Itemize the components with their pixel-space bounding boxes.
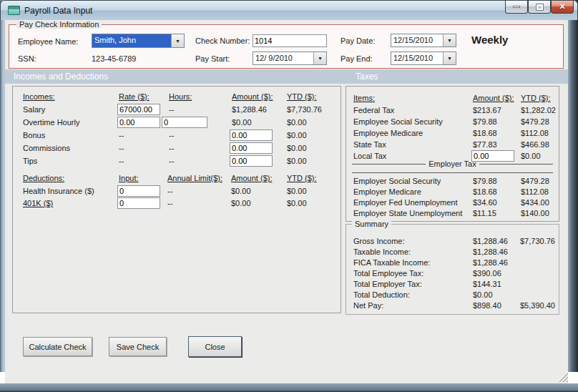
deductions-header-amount: Amount ($): — [231, 174, 272, 182]
tax-employer-medicare-label: Employer Medicare — [353, 187, 421, 196]
pay-end-picker[interactable]: 12/15/2010 ▼ — [391, 52, 456, 65]
income-bonus-amount-input[interactable] — [230, 129, 273, 141]
close-button[interactable]: ✕ — [551, 1, 574, 14]
pay-start-value: 12/ 9/2010 — [253, 52, 313, 64]
pay-date-label: Pay Date: — [341, 36, 375, 45]
tax-employer-state-unemployment-label: Employer State Unemployment — [353, 209, 462, 217]
deduction-health-insurance-label: Health Insurance ($) — [23, 187, 94, 195]
tax-employer-state-unemployment-amount: $11.15 — [473, 209, 496, 217]
dropdown-arrow-icon[interactable]: ▼ — [313, 52, 326, 64]
summary-total-employer-tax-label: Total Employer Tax: — [353, 280, 422, 288]
pay-date-picker[interactable]: 12/15/2010 ▼ — [391, 34, 456, 47]
maximize-button[interactable] — [528, 1, 551, 14]
deduction-health-insurance-annual-limit: -- — [167, 187, 172, 195]
income-salary-amount: $1,288.46 — [232, 105, 267, 114]
summary-total-deduction-amount: $0.00 — [473, 290, 493, 299]
income-commissions-label: Commissions — [23, 144, 70, 152]
tax-employer-social-security-label: Employer Social Security — [353, 177, 441, 185]
pay-date-value: 12/15/2010 — [391, 34, 443, 46]
incomes-header-ytd: YTD ($): — [287, 92, 317, 101]
income-bonus-label: Bonus — [23, 131, 45, 139]
employer-tax-subheader: Employer Tax — [352, 160, 553, 168]
tax-employer-fed-unemployment-amount: $34.60 — [473, 198, 497, 207]
check-number-input[interactable] — [253, 34, 327, 47]
tax-local-tax-ytd: $0.00 — [521, 152, 541, 160]
summary-total-employee-tax-amount: $390.06 — [473, 269, 501, 278]
paycheck-info-legend: Pay Check Information — [16, 20, 102, 29]
minimize-icon — [513, 6, 520, 8]
summary-net-pay-label: Net Pay: — [353, 301, 383, 310]
window-title: Payroll Data Input — [24, 6, 92, 16]
section-header-bar: Incomes and Deductions Taxes — [5, 69, 568, 84]
income-tips-amount-input[interactable] — [230, 155, 273, 167]
income-tips-label: Tips — [23, 157, 37, 165]
summary-group: Summary Gross Income:$1,288.46$7,730.76T… — [346, 224, 559, 315]
deduction-401k-input-input[interactable] — [117, 197, 160, 209]
tax-employee-social-security-ytd: $479.28 — [521, 117, 549, 126]
taxes-section-title: Taxes — [356, 72, 378, 82]
income-commissions-hours: -- — [169, 144, 174, 152]
minimize-button[interactable] — [505, 1, 528, 14]
pay-start-picker[interactable]: 12/ 9/2010 ▼ — [253, 52, 327, 65]
employer-tax-label: Employer Tax — [428, 160, 476, 168]
income-overtime-hourly-ytd: $0.00 — [287, 118, 307, 127]
close-icon: ✕ — [559, 2, 565, 11]
tax-employee-medicare-amount: $18.68 — [473, 129, 497, 137]
ssn-value: 123-45-6789 — [92, 54, 136, 63]
summary-fica-taxable-income-amount: $1,288.46 — [473, 258, 508, 267]
income-bonus-ytd: $0.00 — [287, 131, 307, 139]
tax-employer-state-unemployment-ytd: $140.00 — [521, 209, 549, 217]
deduction-401k-amount: $0.00 — [231, 199, 251, 207]
summary-legend: Summary — [352, 220, 391, 228]
tax-employer-social-security-ytd: $479.28 — [521, 177, 549, 185]
summary-fica-taxable-income-label: FICA Taxable Income: — [353, 258, 430, 267]
dropdown-arrow-icon[interactable]: ▼ — [171, 34, 184, 47]
income-overtime-hourly-hours-input[interactable] — [162, 117, 207, 128]
tax-local-tax-amount-input[interactable] — [471, 150, 514, 162]
resize-grip[interactable] — [558, 373, 569, 383]
income-tips-rate: -- — [119, 157, 124, 165]
summary-net-pay-amount: $898.40 — [473, 301, 501, 310]
deductions-header-annual-limit: Annual Limit($): — [167, 174, 222, 182]
payroll-window: Payroll Data Input ✕ Pay Check Informati… — [0, 0, 578, 392]
window-border-right — [568, 0, 578, 372]
title-bar[interactable]: Payroll Data Input ✕ — [0, 0, 578, 20]
pay-end-value: 12/15/2010 — [391, 52, 443, 64]
pay-frequency-label: Weekly — [471, 34, 508, 46]
deductions-header-ytd: YTD ($): — [287, 174, 317, 182]
calculate-check-button[interactable]: Calculate Check — [23, 337, 92, 356]
dropdown-arrow-icon[interactable]: ▼ — [443, 34, 456, 46]
employee-name-label: Employee Name: — [18, 37, 78, 46]
income-salary-rate-input[interactable] — [117, 104, 160, 115]
divider — [352, 172, 553, 173]
tax-federal-tax-amount: $213.67 — [473, 106, 501, 114]
incomes-header-label: Incomes: — [23, 92, 55, 101]
close-dialog-button[interactable]: Close — [188, 336, 242, 357]
maximize-icon — [537, 4, 543, 10]
summary-total-employer-tax-amount: $144.31 — [473, 280, 501, 288]
income-salary-hours: -- — [169, 105, 174, 114]
income-tips-hours: -- — [169, 157, 174, 165]
taxes-panel: Employer Tax Items:Amount ($):YTD ($):Fe… — [346, 86, 559, 222]
deduction-health-insurance-amount: $0.00 — [231, 187, 251, 195]
summary-gross-income-ytd: $7,730.76 — [520, 237, 555, 245]
incomes-header-hours: Hours: — [169, 92, 192, 101]
employee-name-select[interactable]: Smith, John ▼ — [92, 34, 185, 48]
income-overtime-hourly-rate-input[interactable] — [117, 117, 160, 128]
dropdown-arrow-icon[interactable]: ▼ — [443, 52, 456, 64]
summary-taxable-income-label: Taxable Income: — [353, 248, 411, 256]
check-number-label: Check Number: — [195, 36, 250, 45]
income-salary-ytd: $7,730.76 — [287, 105, 322, 114]
pay-start-label: Pay Start: — [195, 54, 230, 63]
income-bonus-rate: -- — [119, 131, 124, 139]
save-check-button[interactable]: Save Check — [109, 337, 167, 356]
deduction-health-insurance-input-input[interactable] — [117, 185, 160, 197]
paycheck-info-group: Pay Check Information Employee Name: Smi… — [9, 24, 564, 69]
summary-net-pay-ytd: $5,390.40 — [520, 301, 555, 310]
ssn-label: SSN: — [18, 54, 36, 63]
taxes-header-ytd: YTD ($): — [521, 94, 551, 102]
income-commissions-amount-input[interactable] — [230, 142, 273, 154]
deduction-health-insurance-ytd: $0.00 — [287, 187, 307, 195]
income-commissions-ytd: $0.00 — [287, 144, 307, 152]
window-border-bottom — [0, 383, 578, 392]
